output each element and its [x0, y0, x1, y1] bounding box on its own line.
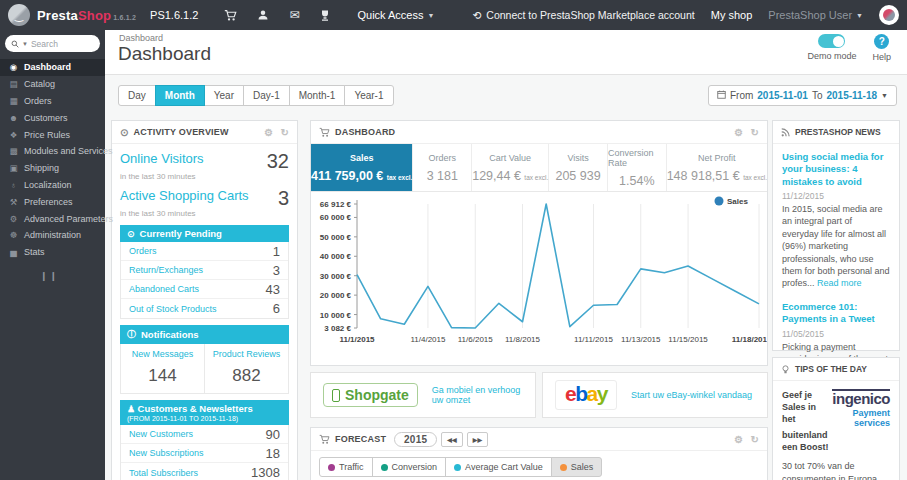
kpi-visits-tab[interactable]: Visits205 939 — [549, 144, 608, 191]
date-range-picker[interactable]: From2015-11-01 To2015-11-18 ▼ — [708, 85, 897, 106]
collapse-menu-icon[interactable]: ❙❙ — [0, 261, 105, 281]
kpi-cart-value-tab[interactable]: Cart Value129,44 € tax excl. — [472, 144, 549, 191]
active-carts-value: 3 — [278, 188, 289, 208]
refresh-icon[interactable]: ↻ — [750, 127, 759, 138]
envelope-icon[interactable]: ✉ — [289, 9, 299, 21]
sales-toggle[interactable]: Sales — [551, 457, 603, 477]
svg-text:11/11/2015: 11/11/2015 — [574, 335, 613, 344]
active-carts-sub: in the last 30 minutes — [120, 209, 289, 218]
forecast-toggles: Traffic Conversion Average Cart Value Sa… — [319, 457, 767, 477]
shopgate-ad-link[interactable]: Ga mobiel en verhoog uw omzet — [432, 385, 523, 405]
ebay-ad-link[interactable]: Start uw eBay-winkel vandaag — [631, 390, 752, 400]
kpi-row: Sales411 759,00 € tax excl. Orders3 181 … — [311, 144, 767, 192]
returns-link[interactable]: Return/Exchanges — [129, 265, 203, 275]
cart-icon[interactable] — [224, 9, 237, 22]
sidebar-item-advanced-parameters[interactable]: ⚙Advanced Parameters — [0, 210, 105, 227]
out-of-stock-link[interactable]: Out of Stock Products — [129, 304, 217, 314]
gear-icon[interactable]: ⚙ — [734, 127, 743, 138]
traffic-toggle[interactable]: Traffic — [319, 457, 373, 477]
range-year-1-button[interactable]: Year-1 — [344, 85, 393, 106]
sidebar-item-modules-and-services[interactable]: ▩Modules and Services — [0, 143, 105, 160]
sidebar-item-shipping[interactable]: ▣Shipping — [0, 160, 105, 177]
range-day-1-button[interactable]: Day-1 — [243, 85, 290, 106]
news-panel-title: PRESTASHOP NEWS — [795, 127, 881, 137]
gear-icon[interactable]: ⚙ — [264, 127, 273, 138]
sidebar-item-administration[interactable]: ☸Administration — [0, 227, 105, 244]
prestashop-admin: ‿ PrestaShop1.6.1.2 PS1.6.1.2 ✉ Quick Ac… — [0, 0, 907, 480]
shopgate-logo[interactable]: Shopgate — [323, 383, 418, 407]
kpi-orders-tab[interactable]: Orders3 181 — [413, 144, 472, 191]
currently-pending-header: ⊙Currently Pending — [120, 225, 289, 242]
lightbulb-icon — [781, 365, 790, 374]
svg-text:11/1/2015: 11/1/2015 — [339, 335, 375, 344]
range-month-1-button[interactable]: Month-1 — [289, 85, 346, 106]
my-shop-link[interactable]: My shop — [711, 9, 753, 21]
active-carts-link[interactable]: Active Shopping Carts — [120, 188, 249, 203]
main-header: Dashboard Dashboard Demo mode ? Help — [105, 30, 907, 75]
abandoned-carts-link[interactable]: Abandoned Carts — [129, 284, 199, 294]
online-visitors-value: 32 — [267, 151, 289, 171]
average-cart-value-toggle[interactable]: Average Cart Value — [445, 457, 552, 477]
trophy-icon[interactable] — [319, 9, 331, 21]
ebay-logo[interactable]: ebay — [555, 380, 617, 410]
news-article-title[interactable]: Ecommerce 101: Payments in a Tweet — [782, 301, 890, 326]
svg-text:50 000 €: 50 000 € — [320, 233, 352, 242]
online-visitors-link[interactable]: Online Visitors — [120, 151, 204, 166]
user-avatar[interactable] — [879, 5, 899, 25]
range-year-button[interactable]: Year — [204, 85, 244, 106]
new-messages-cell[interactable]: New Messages144 — [121, 344, 204, 393]
refresh-icon[interactable]: ↻ — [750, 434, 759, 445]
caret-down-icon: ▼ — [856, 12, 863, 19]
shopgate-ad-card: Shopgate Ga mobiel en verhoog uw omzet — [310, 372, 536, 418]
gauge-icon: ◉ — [6, 62, 21, 72]
news-article-title[interactable]: Using social media for your business: 4 … — [782, 151, 890, 188]
person-icon[interactable] — [257, 9, 269, 21]
rss-icon — [781, 128, 790, 137]
orders-link[interactable]: Orders — [129, 246, 157, 256]
demo-mode-toggle[interactable] — [818, 34, 845, 48]
sidebar-item-preferences[interactable]: ⚒Preferences — [0, 193, 105, 210]
product-reviews-cell[interactable]: Product Reviews882 — [204, 344, 288, 393]
quick-access-menu[interactable]: Quick Access▼ — [357, 9, 434, 21]
marketplace-link[interactable]: ⟲Connect to PrestaShop Marketplace accou… — [473, 9, 695, 21]
previous-year-button[interactable]: ◀◀ — [441, 432, 463, 447]
svg-text:Sales: Sales — [727, 197, 748, 206]
user-menu[interactable]: PrestaShop User▼ — [768, 9, 863, 21]
new-customers-link[interactable]: New Customers — [129, 429, 193, 439]
marketplace-icon: ⟲ — [473, 9, 482, 21]
help-control[interactable]: ? Help — [872, 34, 891, 62]
read-more-link[interactable]: Read more — [817, 278, 862, 288]
sales-dot-icon — [560, 464, 567, 471]
help-icon[interactable]: ? — [874, 34, 889, 49]
sidebar-item-price-rules[interactable]: ❖Price Rules — [0, 126, 105, 143]
customers-row: New Customers90 — [121, 425, 288, 444]
range-day-button[interactable]: Day — [118, 85, 156, 106]
kpi-net-profit-tab[interactable]: Net Profit148 918,51 € tax excl. — [667, 144, 767, 191]
sidebar-item-stats[interactable]: ▅Stats — [0, 244, 105, 261]
next-year-button[interactable]: ▶▶ — [467, 432, 489, 447]
sidebar-item-catalog[interactable]: ▤Catalog — [0, 76, 105, 93]
new-subscriptions-link[interactable]: New Subscriptions — [129, 448, 204, 458]
gear-icon[interactable]: ⚙ — [734, 434, 743, 445]
customers-newsletters-header: ♟ Customers & Newsletters (FROM 2015-11-… — [120, 400, 289, 425]
ebay-ad-card: ebay Start uw eBay-winkel vandaag — [542, 372, 768, 418]
sidebar-item-localization[interactable]: ♁Localization — [0, 177, 105, 194]
caret-down-icon: ▼ — [881, 92, 888, 99]
kpi-sales-tab[interactable]: Sales411 759,00 € tax excl. — [311, 144, 413, 191]
sidebar-search[interactable]: ▼ — [5, 35, 100, 52]
range-month-button[interactable]: Month — [155, 85, 205, 106]
sidebar-item-dashboard[interactable]: ◉Dashboard — [0, 59, 105, 76]
prestashop-logo: ‿ — [8, 4, 30, 26]
svg-text:11/18/201: 11/18/201 — [732, 335, 767, 344]
tag-icon: ❖ — [6, 130, 21, 140]
ingenico-logo: ingenico Paymentservices — [818, 389, 890, 429]
refresh-icon[interactable]: ↻ — [280, 127, 289, 138]
sidebar-item-customers[interactable]: ☻Customers — [0, 109, 105, 126]
kpi-conversion-rate-tab[interactable]: Conversion Rate1.54% — [608, 144, 667, 191]
notifications-header: ⓘNotifications — [120, 325, 289, 344]
sidebar-item-orders[interactable]: ▦Orders — [0, 93, 105, 110]
total-subscribers-link[interactable]: Total Subscribers — [129, 468, 198, 478]
conversion-toggle[interactable]: Conversion — [372, 457, 447, 477]
search-input[interactable] — [31, 39, 85, 49]
phone-icon — [332, 389, 340, 402]
